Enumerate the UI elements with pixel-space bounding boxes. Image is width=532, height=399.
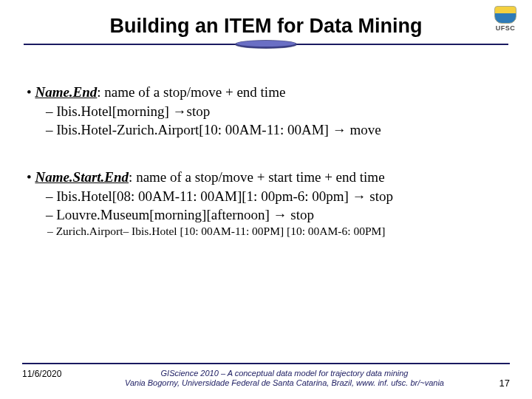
sub-item-small: Zurich.Airport– Ibis.Hotel [10: 00AM-11:… bbox=[58, 224, 510, 239]
footer-date: 11/6/2020 bbox=[22, 369, 81, 379]
footer-page-number: 17 bbox=[488, 378, 510, 389]
term-name-start-end: Name.Start.End bbox=[35, 169, 129, 185]
term-name-end: Name.End bbox=[35, 84, 97, 100]
logo-text: UFSC bbox=[489, 24, 522, 32]
sub-item: Louvre.Museum[morning][afternoon] → stop bbox=[58, 206, 510, 224]
desc-name-end: : name of a stop/move + end time bbox=[97, 84, 285, 100]
ufsc-logo: UFSC bbox=[489, 6, 522, 32]
footer-credit: GIScience 2010 – A conceptual data model… bbox=[81, 369, 488, 389]
sub-item: Ibis.Hotel-Zurich.Airport[10: 00AM-11: 0… bbox=[58, 121, 510, 139]
desc-name-start-end: : name of a stop/move + start time + end… bbox=[129, 169, 384, 185]
credit-line2: Vania Bogorny, Universidade Federal de S… bbox=[125, 378, 444, 387]
bullet-name-start-end: Name.Start.End: name of a stop/move + st… bbox=[37, 168, 510, 186]
sub-item: Ibis.Hotel[morning] →stop bbox=[58, 103, 510, 120]
slide-footer: 11/6/2020 GIScience 2010 – A conceptual … bbox=[22, 363, 510, 389]
slide-body: Name.End: name of a stop/move + end time… bbox=[22, 83, 510, 239]
title-accent-icon bbox=[233, 39, 299, 50]
sub-item: Ibis.Hotel[08: 00AM-11: 00AM][1: 00pm-6:… bbox=[58, 188, 510, 205]
slide-title: Building an ITEM for Data Mining bbox=[22, 15, 510, 38]
bullet-name-end: Name.End: name of a stop/move + end time bbox=[37, 83, 510, 101]
svg-point-1 bbox=[236, 41, 296, 47]
footer-rule bbox=[22, 363, 510, 364]
shield-icon bbox=[494, 6, 516, 24]
credit-line1: GIScience 2010 – A conceptual data model… bbox=[161, 369, 409, 378]
